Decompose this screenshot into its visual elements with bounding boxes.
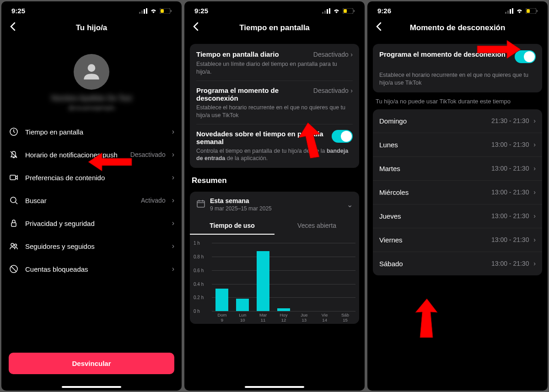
- status-bar: 9:26: [367, 1, 548, 17]
- row-label: Seguidores y seguidos: [25, 242, 166, 250]
- day-row[interactable]: Jueves13:00 - 21:30 ›: [373, 204, 542, 228]
- nav-bar: Tu hijo/a: [1, 17, 182, 40]
- svg-rect-31: [505, 12, 506, 14]
- chevron-right-icon: ›: [533, 141, 536, 148]
- row-weekly-updates[interactable]: Novedades sobre el tiempo en pantalla se…: [190, 124, 359, 167]
- y-axis-label: 0.4 h: [194, 281, 204, 286]
- row-schedule-disconnect[interactable]: Programa el momento de desconexión Desac…: [190, 81, 359, 124]
- settings-row-bell-off[interactable]: Horario de notificaciones pushDesactivad…: [1, 143, 182, 166]
- settings-row-search[interactable]: BuscarActivado›: [1, 189, 182, 212]
- svg-marker-39: [415, 299, 437, 338]
- chevron-right-icon: ›: [533, 212, 536, 220]
- x-axis-label: Dom9: [215, 313, 229, 323]
- schedule-card: Programa el momento de desconexión Estab…: [373, 44, 542, 92]
- row-title: Programa el momento de desconexión: [196, 86, 309, 102]
- chevron-right-icon: ›: [172, 150, 174, 159]
- svg-rect-33: [510, 9, 511, 14]
- x-axis-label: Lun10: [235, 313, 250, 323]
- x-axis-label: Mar11: [256, 313, 270, 323]
- wifi-icon: [150, 8, 157, 14]
- day-row[interactable]: Lunes13:00 - 21:30 ›: [373, 133, 542, 157]
- week-label: Esta semana: [210, 197, 342, 204]
- chevron-right-icon: ›: [172, 265, 174, 273]
- row-daily-limit[interactable]: Tiempo en pantalla diario Desactivado › …: [190, 45, 359, 81]
- svg-rect-26: [197, 201, 205, 207]
- row-status: Desactivado: [130, 151, 166, 158]
- settings-row-ban[interactable]: Cuentas bloqueadas›: [1, 258, 182, 280]
- row-desc: Controla el tiempo en pantalla de tu hij…: [196, 147, 353, 163]
- tab-times-opened[interactable]: Veces abierta: [274, 217, 359, 235]
- search-icon: [9, 196, 19, 205]
- settings-row-video[interactable]: Preferencias de contenido›: [1, 166, 182, 189]
- usage-chart: 1 h0.8 h0.6 h0.4 h0.2 h0 hDom9Lun10Mar11…: [190, 235, 359, 324]
- unlink-button[interactable]: Desvincular: [9, 353, 174, 374]
- y-axis-label: 0.6 h: [194, 268, 204, 273]
- schedule-note: Tu hijo/a no puede usar TikTok durante e…: [367, 96, 548, 109]
- day-row[interactable]: Miércoles13:00 - 21:30 ›: [373, 181, 542, 204]
- day-row[interactable]: Sábado13:00 - 21:30 ›: [373, 252, 542, 275]
- row-schedule-toggle: Programa el momento de desconexión Estab…: [373, 45, 542, 91]
- week-header[interactable]: Esta semana 9 mar 2025–15 mar 2025 ⌄: [190, 192, 359, 217]
- svg-rect-37: [537, 10, 538, 12]
- svg-rect-24: [344, 9, 347, 13]
- avatar[interactable]: [74, 54, 109, 90]
- tab-usage-time[interactable]: Tiempo de uso: [190, 217, 274, 235]
- nav-bar: Momento de desconexión: [367, 17, 548, 40]
- row-label: Cuentas bloqueadas: [25, 265, 166, 273]
- bars-container: [212, 243, 355, 311]
- svg-rect-13: [11, 223, 16, 226]
- grid-line: [212, 311, 355, 311]
- row-label: Privacidad y seguridad: [25, 220, 166, 227]
- svg-point-15: [15, 244, 17, 247]
- row-status: Desactivado: [313, 51, 349, 58]
- svg-rect-0: [139, 12, 140, 14]
- lock-icon: [9, 219, 19, 228]
- summary-heading: Resumen: [184, 172, 365, 188]
- page-title: Tiempo en pantalla: [184, 23, 365, 32]
- clock-icon: [9, 127, 19, 136]
- chevron-right-icon: ›: [533, 260, 536, 267]
- status-icons: [139, 8, 172, 14]
- settings-row-clock[interactable]: Tiempo en pantalla›: [1, 120, 182, 143]
- status-bar: 9:25: [1, 1, 182, 17]
- y-axis-label: 0 h: [194, 309, 200, 314]
- person-icon: [80, 60, 103, 83]
- day-row[interactable]: Viernes13:00 - 21:30 ›: [373, 228, 542, 252]
- chart-tabs: Tiempo de uso Veces abierta: [190, 217, 359, 235]
- bar: [236, 299, 249, 311]
- settings-row-people[interactable]: Seguidores y seguidos›: [1, 235, 182, 258]
- toggle-schedule[interactable]: [515, 50, 536, 63]
- day-list: Domingo21:30 - 21:30 ›Lunes13:00 - 21:30…: [373, 109, 542, 275]
- svg-rect-34: [512, 8, 513, 14]
- x-axis-label: Sáb15: [338, 313, 352, 323]
- svg-rect-20: [324, 11, 326, 14]
- svg-rect-1: [141, 11, 143, 14]
- day-row[interactable]: Domingo21:30 - 21:30 ›: [373, 109, 542, 133]
- back-button[interactable]: [191, 22, 201, 34]
- signal-icon: [139, 8, 147, 14]
- chevron-right-icon: ›: [172, 242, 174, 250]
- day-time: 13:00 - 21:30 ›: [491, 212, 536, 220]
- chevron-right-icon: ›: [533, 117, 536, 124]
- row-desc: Establece un límite diario del tiempo en…: [196, 60, 353, 76]
- bar: [257, 251, 269, 311]
- back-button[interactable]: [374, 22, 384, 34]
- svg-line-17: [11, 266, 16, 272]
- chevron-right-icon: ›: [533, 236, 536, 243]
- video-icon: [9, 173, 19, 182]
- summary-card: Esta semana 9 mar 2025–15 mar 2025 ⌄ Tie…: [190, 192, 359, 324]
- home-indicator: [245, 386, 304, 388]
- row-title: Tiempo en pantalla diario: [196, 50, 309, 58]
- back-button[interactable]: [8, 22, 18, 34]
- y-axis-label: 0.2 h: [194, 295, 204, 300]
- svg-point-14: [11, 243, 14, 246]
- wifi-icon: [333, 8, 340, 14]
- day-row[interactable]: Martes13:00 - 21:30 ›: [373, 157, 542, 181]
- day-name: Viernes: [379, 236, 403, 244]
- settings-row-lock[interactable]: Privacidad y seguridad›: [1, 212, 182, 235]
- x-axis-label: Vie14: [318, 313, 332, 323]
- battery-icon: [343, 8, 355, 14]
- svg-point-11: [11, 197, 16, 203]
- toggle-weekly-updates[interactable]: [332, 130, 353, 143]
- row-label: Preferencias de contenido: [25, 174, 166, 182]
